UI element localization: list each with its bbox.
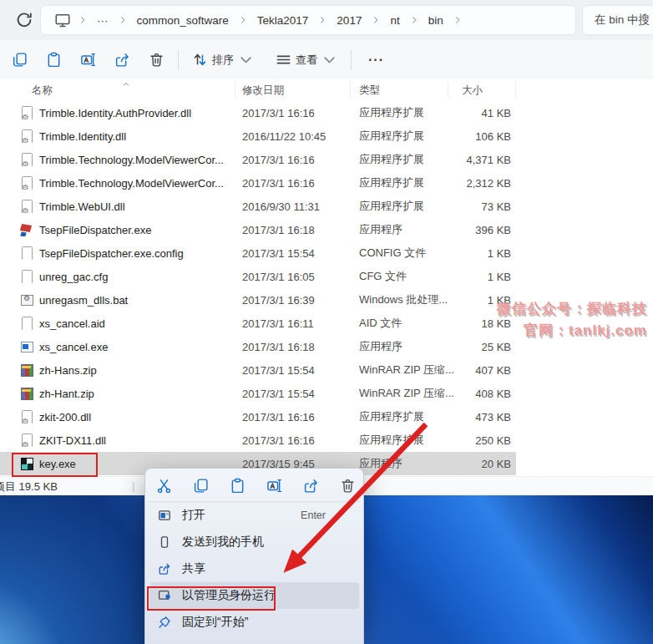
chevron-right-icon: [453, 15, 463, 25]
file-type: 应用程序扩展: [351, 199, 448, 214]
file-size: 73 KB: [448, 200, 516, 213]
file-size: 25 KB: [448, 341, 516, 353]
trash-icon: [149, 52, 165, 68]
file-row[interactable]: Trimble.Identity.AuthProvider.dll 2017/3…: [0, 101, 516, 124]
menu-item-open-window[interactable]: 打开 Enter: [149, 502, 359, 529]
file-row[interactable]: unregasm_dlls.bat 2017/3/1 16:39 Windows…: [0, 288, 516, 312]
rename-icon: [80, 52, 96, 68]
share-button[interactable]: [301, 476, 321, 495]
menu-item-pin[interactable]: 固定到“开始”: [149, 609, 359, 636]
view-label: 查看: [296, 53, 317, 68]
file-date: 2017/3/1 16:18: [235, 341, 351, 353]
chevron-right-icon: [238, 15, 248, 25]
open-window-icon: [158, 509, 171, 522]
menu-item-label: 固定到“开始”: [182, 615, 248, 630]
copy-icon: [12, 52, 28, 68]
file-date: 2017/3/1 16:11: [235, 317, 351, 330]
paste-button[interactable]: [41, 47, 67, 73]
breadcrumb-segment[interactable]: 2017: [329, 11, 369, 30]
file-type: 应用程序: [351, 222, 448, 237]
file-name: TsepFileDispatcher.exe.config: [39, 247, 184, 260]
paste-button[interactable]: [228, 476, 247, 495]
file-row[interactable]: TsepFileDispatcher.exe.config 2017/3/1 1…: [0, 241, 516, 265]
breadcrumb-segment[interactable]: common_software: [129, 11, 236, 30]
toolbar-separator: [178, 50, 179, 70]
file-date: 2016/11/22 10:45: [235, 130, 351, 143]
file-row[interactable]: zh-Hans.zip 2017/3/1 15:54 WinRAR ZIP 压缩…: [0, 358, 516, 382]
breadcrumb-segment[interactable]: ···: [89, 11, 116, 30]
view-button[interactable]: 查看: [271, 47, 342, 73]
file-icon: [20, 317, 33, 330]
this-pc-icon[interactable]: [54, 12, 71, 28]
file-row[interactable]: ZKIT-DX11.dll 2017/3/1 16:16 应用程序扩展 250 …: [0, 428, 516, 452]
column-header-date[interactable]: 修改日期: [235, 82, 351, 99]
file-row[interactable]: Trimble.Technology.ModelViewerCor... 201…: [0, 148, 516, 171]
file-size: 20 KB: [448, 458, 516, 470]
file-type: CFG 文件: [351, 269, 448, 284]
menu-item-admin-shield[interactable]: 以管理员身份运行: [149, 582, 359, 609]
file-row[interactable]: xs_cancel.exe 2017/3/1 16:18 应用程序 25 KB: [0, 335, 516, 358]
rename-button[interactable]: [265, 476, 284, 495]
breadcrumb-segment[interactable]: nt: [382, 11, 407, 30]
menu-item-phone[interactable]: 发送到我的手机: [149, 529, 359, 555]
search-input[interactable]: 在 bin 中搜: [582, 5, 653, 35]
phone-icon: [158, 535, 171, 549]
file-date: 2017/3/1 16:05: [235, 271, 351, 283]
dll-icon: [20, 434, 33, 447]
chevron-down-icon: [238, 52, 254, 68]
file-row[interactable]: TsepFileDispatcher.exe 2017/3/1 16:18 应用…: [0, 218, 516, 241]
view-icon: [276, 52, 291, 68]
file-type: 应用程序: [351, 339, 448, 354]
file-size: 473 KB: [448, 411, 516, 423]
file-explorer-window: ···common_softwareTekla20172017ntbin 在 b…: [0, 0, 653, 644]
more-options-button[interactable]: ···: [360, 53, 392, 68]
column-header-name[interactable]: 名称: [0, 82, 235, 99]
file-icon: [20, 246, 33, 260]
file-date: 2017/3/1 15:54: [235, 388, 351, 400]
column-header-type[interactable]: 类型: [351, 82, 448, 99]
copy-button[interactable]: [191, 476, 210, 495]
file-row[interactable]: xs_cancel.aid 2017/3/1 16:11 AID 文件 18 K…: [0, 312, 516, 335]
file-date: 2017/3/1 16:16: [235, 107, 351, 119]
file-name: unreg_gac.cfg: [39, 271, 108, 283]
copy-icon: [193, 478, 209, 494]
file-row[interactable]: Trimble.WebUI.dll 2016/9/30 11:31 应用程序扩展…: [0, 195, 516, 218]
dll-icon: [20, 200, 33, 213]
sort-button[interactable]: 排序: [187, 47, 259, 73]
dll-icon: [20, 129, 33, 143]
dll-icon: [20, 176, 33, 190]
delete-button[interactable]: [144, 47, 170, 73]
copy-button[interactable]: [7, 47, 33, 73]
chevron-right-icon: [78, 15, 88, 25]
toolbar: 排序 查看 ···: [0, 40, 653, 80]
sort-label: 排序: [212, 53, 234, 68]
delete-button[interactable]: [338, 476, 357, 495]
file-type: 应用程序扩展: [351, 175, 448, 190]
rename-button[interactable]: [75, 47, 101, 73]
breadcrumb-segment[interactable]: bin: [421, 11, 451, 30]
breadcrumb[interactable]: ···common_softwareTekla20172017ntbin: [40, 5, 576, 35]
refresh-icon[interactable]: [15, 11, 33, 29]
file-type: 应用程序扩展: [351, 409, 448, 424]
chevron-right-icon: [317, 15, 327, 25]
file-size: 1 KB: [448, 247, 516, 260]
file-name: zh-Hant.zip: [39, 388, 94, 400]
zip-icon: [20, 387, 33, 400]
tekla-exe-icon: [20, 223, 33, 236]
file-row[interactable]: Trimble.Identity.dll 2016/11/22 10:45 应用…: [0, 124, 516, 148]
file-row[interactable]: zh-Hant.zip 2017/3/1 15:54 WinRAR ZIP 压缩…: [0, 382, 516, 405]
share-icon: [114, 52, 130, 68]
file-type: 应用程序扩展: [351, 433, 448, 448]
share-button[interactable]: [109, 47, 135, 73]
menu-item-share[interactable]: 共享: [149, 555, 359, 582]
column-header-size[interactable]: 大小: [448, 82, 516, 99]
file-row[interactable]: Trimble.Technology.ModelViewerCor... 201…: [0, 171, 516, 195]
file-row[interactable]: zkit-200.dll 2017/3/1 16:16 应用程序扩展 473 K…: [0, 405, 516, 428]
cut-button[interactable]: [154, 476, 174, 495]
file-name: zkit-200.dll: [39, 411, 91, 423]
breadcrumb-segment[interactable]: Tekla2017: [250, 11, 316, 30]
sort-icon: [192, 52, 208, 68]
file-name: TsepFileDispatcher.exe: [39, 224, 151, 236]
status-divider: |: [132, 479, 134, 492]
file-row[interactable]: unreg_gac.cfg 2017/3/1 16:05 CFG 文件 1 KB: [0, 265, 516, 288]
